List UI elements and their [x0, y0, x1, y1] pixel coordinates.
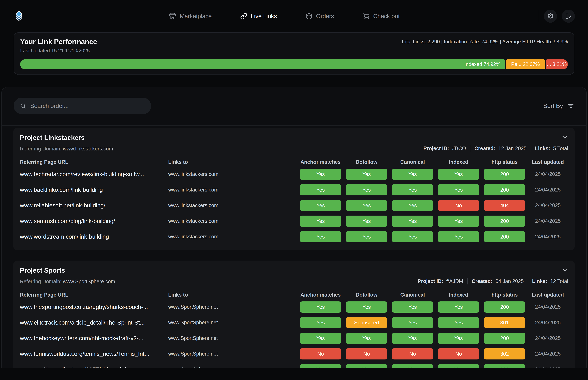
project-card: Project SportsReferring Domain: www.Spor… — [13, 261, 575, 368]
sort-by-button[interactable]: Sort By — [543, 102, 574, 110]
column-header: Anchor matches — [297, 292, 344, 298]
status-badge: Yes — [300, 302, 341, 313]
meta-item: Created: 04 Jan 2025 — [472, 278, 524, 284]
status-badge: Yes — [392, 231, 433, 242]
status-badge: No — [438, 348, 479, 360]
main-nav: MarketplaceLive LinksOrdersCheck out — [169, 13, 400, 20]
table-row: www.techradar.com/reviews/link-building-… — [20, 166, 568, 182]
column-header: Indexed — [436, 292, 482, 298]
table-row: www.row2k.com/features/3077/video-of-the… — [20, 362, 568, 368]
project-subheader: Referring Domain: www.linkstackers.comPr… — [20, 145, 568, 152]
status-badge: No — [392, 348, 433, 360]
status-badge: 200 — [484, 364, 525, 368]
nav-item-label: Orders — [316, 13, 334, 19]
settings-button[interactable] — [544, 10, 557, 23]
nav-divider — [539, 10, 539, 22]
progress-segment: Indexed 74.92% — [20, 59, 505, 69]
links-to-value: www.linkstackers.com — [168, 203, 297, 208]
logout-button[interactable] — [562, 10, 575, 23]
links-to-value: www.linkstackers.com — [168, 187, 297, 193]
status-badge: Yes — [300, 317, 341, 328]
search-box[interactable] — [14, 97, 151, 114]
last-updated-value: 24/04/2025 — [527, 366, 568, 368]
last-updated-value: 24/04/2025 — [527, 218, 568, 224]
collapse-button[interactable] — [561, 266, 569, 274]
column-header: Last updated — [527, 159, 568, 165]
status-badge: Yes — [346, 169, 387, 180]
table-row: www.thehockeywriters.com/nhl-mock-draft-… — [20, 330, 568, 346]
status-badge: No — [346, 348, 387, 360]
status-badge: Yes — [392, 333, 433, 344]
status-badge: Yes — [300, 200, 341, 211]
meta-item: Links: 5 Total — [535, 146, 568, 152]
project-subheader: Referring Domain: www.SportSphere.comPro… — [20, 278, 568, 285]
links-to-value: www.SportSphere.net — [168, 351, 297, 357]
referring-page-url: www.thesportingpost.co.za/rugby/sharks-c… — [20, 304, 168, 310]
summary-stats: Total Links: 2,290 | Indexation Rate: 74… — [401, 39, 568, 45]
chevron-down-icon — [561, 139, 569, 141]
links-table: Referring Page URLLinks toAnchor matches… — [20, 290, 568, 368]
last-updated-value: 24/04/2025 — [527, 187, 568, 193]
live-links-panel: Sort By Project LinkstackersReferring Do… — [1, 87, 587, 368]
links-to-value: www.SportSphere.net — [168, 366, 297, 368]
referring-domain: Referring Domain: www.linkstackers.com — [20, 146, 113, 152]
nav-item-check-out[interactable]: Check out — [363, 13, 400, 20]
status-badge: Sponsored — [346, 317, 387, 328]
links-to-value: www.linkstackers.com — [168, 218, 297, 224]
status-badge: Yes — [300, 184, 341, 195]
status-badge: 302 — [484, 348, 525, 360]
column-header: Anchor matches — [297, 159, 344, 165]
link-icon — [240, 13, 247, 20]
status-badge: No — [438, 200, 479, 211]
links-table: Referring Page URLLinks toAnchor matches… — [20, 158, 568, 245]
status-badge: Yes — [300, 216, 341, 227]
nav-divider — [30, 10, 30, 22]
collapse-button[interactable] — [561, 133, 569, 141]
status-badge: Yes — [392, 317, 433, 328]
nav-item-marketplace[interactable]: Marketplace — [169, 13, 212, 20]
progress-segment: Pe... 22.07% — [506, 59, 545, 69]
status-badge: Yes — [300, 169, 341, 180]
cart-icon — [363, 13, 370, 20]
referring-page-url: www.semrush.com/blog/link-building/ — [20, 218, 168, 224]
table-row: www.backlinko.com/link-buildingwww.links… — [20, 182, 568, 198]
table-body: www.thesportingpost.co.za/rugby/sharks-c… — [20, 299, 568, 368]
meta-divider — [531, 145, 531, 152]
status-badge: No — [300, 348, 341, 360]
referring-page-url: www.backlinko.com/link-building — [20, 187, 168, 193]
referring-domain-value: www.SportSphere.com — [63, 279, 115, 284]
status-badge: Yes — [346, 184, 387, 195]
project-title: Project Sports — [20, 266, 568, 274]
app-logo[interactable] — [13, 10, 25, 22]
toolbar: Sort By — [2, 94, 586, 114]
nav-item-live-links[interactable]: Live Links — [240, 13, 277, 20]
links-to-value: www.SportSphere.net — [168, 320, 297, 325]
table-row: www.wordstream.com/link-buildingwww.link… — [20, 229, 568, 245]
nav-item-orders[interactable]: Orders — [305, 13, 334, 20]
column-header: http status — [482, 292, 527, 298]
nav-item-label: Check out — [373, 13, 400, 19]
meta-item: Project ID: #AJDM — [418, 278, 463, 284]
last-updated-value: 24/04/2025 — [527, 320, 568, 325]
status-badge: Yes — [392, 184, 433, 195]
search-input[interactable] — [30, 102, 145, 109]
column-header: Canonical — [390, 159, 436, 165]
performance-title: Your Link Performance — [20, 38, 97, 46]
column-header: Referring Page URL — [20, 292, 168, 298]
column-header: Links to — [168, 292, 297, 298]
project-title: Project Linkstackers — [20, 134, 568, 141]
referring-domain: Referring Domain: www.SportSphere.com — [20, 279, 115, 285]
referring-page-url: www.techradar.com/reviews/link-building-… — [20, 171, 168, 177]
status-badge: 200 — [484, 302, 525, 313]
search-icon — [20, 103, 26, 109]
meta-label: Project ID: — [418, 278, 443, 284]
meta-divider — [467, 278, 467, 285]
referring-page-url: www.row2k.com/features/3077/video-of-the… — [20, 366, 168, 368]
status-badge: 404 — [484, 200, 525, 211]
performance-panel: Your Link Performance Last Updated 15:21… — [14, 32, 574, 75]
gear-icon — [547, 13, 554, 19]
status-badge: Yes — [438, 333, 479, 344]
meta-value: 12 Total — [549, 278, 568, 284]
table-row: www.thesportingpost.co.za/rugby/sharks-c… — [20, 299, 568, 315]
meta-value: 04 Jan 2025 — [494, 278, 524, 284]
